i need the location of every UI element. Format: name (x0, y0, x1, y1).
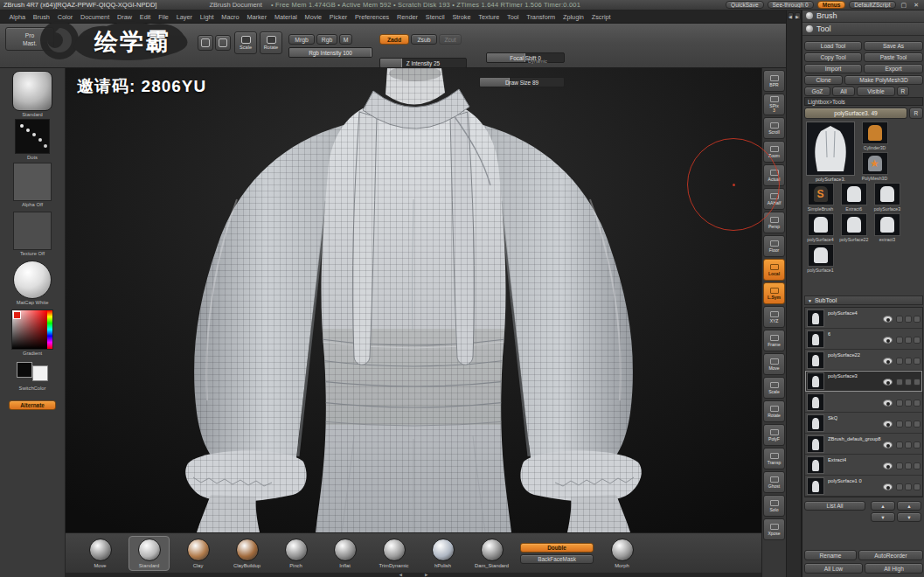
polypaint-icon[interactable] (896, 379, 903, 386)
visibility-eye-icon[interactable] (883, 462, 893, 469)
visibility-eye-icon[interactable] (883, 337, 893, 344)
sculpt-icon[interactable] (905, 400, 912, 407)
visibility-eye-icon[interactable] (883, 400, 893, 407)
hue-strip[interactable] (47, 310, 52, 349)
mask-icon[interactable] (914, 316, 921, 323)
load-tool-button[interactable]: Load Tool (804, 41, 862, 51)
shelf-button[interactable]: Rotate (763, 400, 785, 422)
menu-item[interactable]: Texture (475, 13, 504, 21)
shelf-button[interactable]: PolyF (763, 424, 785, 446)
subtool-down-button[interactable]: ▼ (871, 512, 895, 522)
see-through-slider[interactable]: See-through 0 (768, 1, 814, 9)
export-button[interactable]: Export (864, 64, 923, 73)
menu-item[interactable]: Light (196, 13, 218, 21)
shelf-button[interactable]: Scale (763, 377, 785, 399)
sculpt-model[interactable] (66, 68, 761, 532)
tray-brush-preset[interactable]: TrimDynamic (373, 536, 414, 571)
stroke-type-icon[interactable] (198, 35, 213, 51)
alpha-type-icon[interactable] (215, 35, 231, 51)
shelf-button[interactable]: BPR (763, 70, 785, 92)
polypaint-icon[interactable] (896, 483, 903, 490)
mask-icon[interactable] (914, 337, 921, 344)
subtool-row[interactable]: Extract4 (805, 455, 922, 476)
switch-color[interactable]: SwitchColor (9, 362, 56, 391)
divider-left-arrow-icon[interactable]: ◀ (788, 12, 794, 20)
sculpt-icon[interactable] (905, 421, 912, 428)
tool-thumbnail[interactable]: ★ PolyMesh3D (859, 152, 890, 181)
shelf-button[interactable]: Actual (763, 164, 785, 186)
polypaint-icon[interactable] (896, 462, 903, 469)
tool-thumbnail[interactable]: Extract6 (838, 183, 869, 212)
menu-item[interactable]: Zplugin (559, 13, 588, 21)
zsub-button[interactable]: Zsub (411, 34, 437, 45)
visibility-eye-icon[interactable] (883, 441, 893, 448)
menu-item[interactable]: Zscript (587, 13, 615, 21)
tool-thumbnail[interactable]: S SimpleBrush (805, 183, 836, 212)
menus-toggle[interactable]: Menus (817, 1, 846, 9)
shelf-button[interactable]: XYZ (763, 306, 785, 328)
goz-r-button[interactable]: R (897, 87, 909, 96)
shelf-button[interactable]: Transp (763, 448, 785, 469)
menu-item[interactable]: Layer (172, 13, 196, 21)
autoreorder-button[interactable]: AutoReorder (858, 550, 923, 560)
sculpt-icon[interactable] (905, 337, 912, 344)
mrgb-button[interactable]: Mrgb (288, 34, 315, 45)
all-high-button[interactable]: All High (865, 563, 923, 574)
menu-item[interactable]: Stencil (421, 13, 448, 21)
goz-all-button[interactable]: All (832, 87, 855, 96)
tool-thumbnail[interactable]: polySurface3 (872, 183, 902, 212)
subtool-row[interactable]: 6 (805, 329, 922, 350)
draw-size-slider[interactable]: Draw Size 89 (479, 77, 565, 87)
subtool-row[interactable]: polySurface1 0 (805, 476, 922, 497)
primary-color-swatch[interactable] (17, 362, 32, 378)
goz-button[interactable]: GoZ (804, 87, 830, 96)
menu-item[interactable]: Brush (29, 13, 53, 21)
tray-brush-preset-morph[interactable]: Morph (601, 536, 643, 571)
sculpt-icon[interactable] (905, 462, 912, 469)
tool-thumbnail[interactable]: polySurface22 (838, 213, 869, 242)
subtool-section-header[interactable]: ▼ SubTool (804, 295, 923, 305)
make-polymesh3d-button[interactable]: Make PolyMesh3D (844, 75, 923, 85)
mask-icon[interactable] (914, 462, 921, 469)
subtool-row[interactable]: ZBrush_default_group8 (805, 434, 922, 455)
mask-icon[interactable] (914, 441, 921, 448)
secondary-color-swatch[interactable] (32, 365, 48, 381)
polypaint-icon[interactable] (896, 337, 903, 344)
shelf-button[interactable]: AAHalf (763, 188, 785, 210)
divider-right-arrow-icon[interactable]: ▶ (795, 12, 801, 20)
clone-button[interactable]: Clone (804, 75, 843, 85)
mask-icon[interactable] (914, 400, 921, 407)
current-material-thumbnail[interactable]: MatCap White (9, 261, 56, 305)
shelf-button[interactable]: Floor (763, 235, 785, 257)
current-stroke-thumbnail[interactable]: Dots (9, 119, 56, 160)
menu-item[interactable]: Preferences (351, 13, 393, 21)
current-alpha-thumbnail[interactable]: Alpha Off (9, 163, 56, 207)
mask-icon[interactable] (914, 421, 921, 428)
backfacemask-button[interactable]: BackFaceMask (520, 554, 594, 564)
menu-item[interactable]: Edit (135, 13, 154, 21)
rgb-intensity-slider[interactable]: Rgb Intensity 100 (288, 47, 372, 58)
subtool-row[interactable]: SkQ (805, 413, 922, 434)
rename-button[interactable]: Rename (804, 550, 857, 560)
polypaint-icon[interactable] (896, 316, 903, 323)
polypaint-icon[interactable] (896, 421, 903, 428)
menu-item[interactable]: Document (77, 13, 114, 21)
sculpt-icon[interactable] (905, 358, 912, 365)
menu-item[interactable]: Draw (114, 13, 136, 21)
tray-brush-preset[interactable]: Inflat (324, 536, 365, 571)
current-texture-thumbnail[interactable]: Texture Off (9, 212, 56, 256)
menu-item[interactable]: Color (53, 13, 76, 21)
menu-item[interactable]: Marker (243, 13, 270, 21)
polypaint-icon[interactable] (896, 358, 903, 365)
tool-thumbnail[interactable]: polySurface1 (805, 244, 836, 273)
zcut-button[interactable]: Zcut (439, 34, 462, 45)
all-low-button[interactable]: All Low (804, 563, 863, 574)
scroll-right-arrow-icon[interactable]: ▶ (425, 573, 427, 577)
menu-item[interactable]: Alpha (5, 13, 29, 21)
zadd-button[interactable]: Zadd (379, 34, 409, 45)
alternate-button[interactable]: Alternate (9, 400, 56, 410)
paste-tool-button[interactable]: Paste Tool (864, 52, 923, 62)
visibility-eye-icon[interactable] (883, 483, 893, 490)
shelf-button[interactable]: SPix 3 (763, 94, 785, 115)
shelf-button[interactable]: L.Sym (763, 282, 785, 304)
